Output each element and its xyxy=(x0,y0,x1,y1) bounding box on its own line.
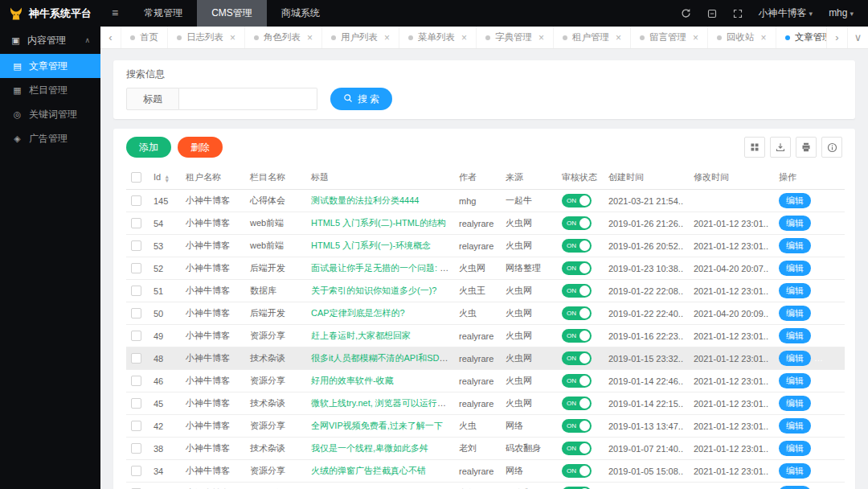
row-checkbox[interactable] xyxy=(131,218,141,228)
status-toggle[interactable]: ON xyxy=(562,239,592,253)
status-toggle[interactable]: ON xyxy=(562,306,592,320)
export-icon[interactable] xyxy=(770,137,791,158)
article-title-link[interactable]: 面试最让你手足无措的一个问题: 你的系统如何支撑... xyxy=(311,263,454,273)
row-checkbox[interactable] xyxy=(131,240,141,251)
tab-item[interactable]: 角色列表× xyxy=(245,27,322,48)
title-search-input[interactable] xyxy=(179,88,317,110)
tab-item[interactable]: 租户管理× xyxy=(554,27,631,48)
top-menu-item[interactable]: 常规管理 xyxy=(129,0,197,27)
status-toggle[interactable]: ON xyxy=(562,261,592,275)
row-checkbox[interactable] xyxy=(131,421,141,431)
sidebar-item-article[interactable]: ▤文章管理 xyxy=(0,54,100,78)
edit-button[interactable]: 编辑 xyxy=(779,238,811,253)
article-title-link[interactable]: CAP定律到底是怎样的? xyxy=(311,308,405,318)
row-checkbox[interactable] xyxy=(131,263,141,273)
tab-item[interactable]: 字典管理× xyxy=(477,27,554,48)
row-checkbox[interactable] xyxy=(131,286,141,296)
row-checkbox[interactable] xyxy=(131,353,141,364)
tab-close-icon[interactable]: × xyxy=(307,32,313,43)
row-checkbox[interactable] xyxy=(131,398,141,409)
edit-button[interactable]: 编辑 xyxy=(779,486,811,489)
tab-item[interactable]: 文章管理× xyxy=(776,27,826,48)
tab-close-icon[interactable]: × xyxy=(461,32,467,43)
tabs-scroll-right-icon[interactable]: › xyxy=(826,27,847,48)
tab-item[interactable]: 日志列表× xyxy=(168,27,245,48)
tab-close-icon[interactable]: × xyxy=(230,32,235,43)
edit-button[interactable]: 编辑 xyxy=(779,396,811,411)
edit-button[interactable]: 编辑 xyxy=(779,463,811,479)
status-toggle[interactable]: ON xyxy=(562,397,592,410)
article-title-link[interactable]: 微软上线try.net, 浏览器可以运行c#代码, 高不高兴? xyxy=(311,398,454,408)
edit-button[interactable]: 编辑 xyxy=(779,261,811,276)
row-checkbox[interactable] xyxy=(131,308,141,318)
sidebar-item-keywords[interactable]: ◎关键词管理 xyxy=(0,102,100,126)
sort-icon[interactable]: ▲▼ xyxy=(164,175,170,183)
tenant-dropdown[interactable]: 小神牛博客▾ xyxy=(751,0,821,27)
sidebar-group-content[interactable]: ▣ 内容管理 ∧ xyxy=(0,27,100,54)
tab-close-icon[interactable]: × xyxy=(616,32,621,43)
info-icon[interactable] xyxy=(821,137,842,158)
edit-button[interactable]: 编辑 xyxy=(779,441,811,456)
article-title-link[interactable]: 赶上春运时,大家都想回家 xyxy=(311,331,411,340)
edit-button[interactable]: 编辑 xyxy=(779,193,811,208)
status-toggle[interactable]: ON xyxy=(562,374,592,388)
tabs-menu-icon[interactable]: ∨ xyxy=(847,27,868,48)
edit-button[interactable]: 编辑 xyxy=(779,418,811,434)
delete-button[interactable]: 删除 xyxy=(178,137,223,158)
sidebar-item-columns[interactable]: ▦栏目管理 xyxy=(0,78,100,102)
row-checkbox[interactable] xyxy=(131,331,141,341)
edit-button[interactable]: 编辑 xyxy=(779,351,811,366)
row-checkbox[interactable] xyxy=(131,466,141,476)
status-toggle[interactable]: ON xyxy=(562,464,592,478)
article-title-link[interactable]: HTML5 入门系列(一)-环境概念 xyxy=(311,240,431,250)
tab-close-icon[interactable]: × xyxy=(538,32,544,43)
fullscreen-icon[interactable] xyxy=(725,0,751,27)
row-checkbox[interactable] xyxy=(131,443,141,454)
sidebar-item-ads[interactable]: ◈广告管理 xyxy=(0,126,100,150)
search-button[interactable]: 搜 索 xyxy=(330,88,392,110)
tab-item[interactable]: 回收站× xyxy=(708,27,776,48)
edit-button[interactable]: 编辑 xyxy=(779,373,811,388)
row-checkbox[interactable] xyxy=(131,376,141,386)
tab-item[interactable]: 留言管理× xyxy=(631,27,708,48)
article-title-link[interactable]: 全网VIP视频免费看,过来了解一下 xyxy=(311,421,443,430)
article-title-link[interactable]: 关于索引的知识你知道多少(一)? xyxy=(311,286,436,295)
status-toggle[interactable]: ON xyxy=(562,284,592,298)
top-menu-item[interactable]: CMS管理 xyxy=(197,0,267,27)
status-toggle[interactable]: ON xyxy=(562,216,592,230)
article-title-link[interactable]: 好用的效率软件-收藏 xyxy=(311,376,394,385)
tab-close-icon[interactable]: × xyxy=(761,32,767,43)
add-button[interactable]: 添加 xyxy=(126,137,171,158)
tab-close-icon[interactable]: × xyxy=(693,32,698,43)
article-title-link[interactable]: 我仅是一个线程,卑微如此多舛 xyxy=(311,443,428,453)
top-menu-item[interactable]: 商城系统 xyxy=(267,0,334,27)
status-toggle[interactable]: ON xyxy=(562,419,592,433)
status-toggle[interactable]: ON xyxy=(562,442,592,455)
ads-icon: ◈ xyxy=(12,134,23,144)
tab-item[interactable]: 用户列表× xyxy=(322,27,399,48)
edit-button[interactable]: 编辑 xyxy=(779,328,811,343)
status-toggle[interactable]: ON xyxy=(562,194,592,208)
filter-columns-icon[interactable] xyxy=(744,137,765,158)
status-toggle[interactable]: ON xyxy=(562,351,592,365)
menu-toggle-icon[interactable]: ≡ xyxy=(100,0,129,27)
tab-dot-icon xyxy=(785,35,790,40)
article-title-link[interactable]: HTML5 入门系列(二)-HTML的结构 xyxy=(311,218,446,228)
status-toggle[interactable]: ON xyxy=(562,329,592,343)
user-dropdown[interactable]: mhg▾ xyxy=(821,0,862,27)
tabs-scroll-left-icon[interactable]: ‹ xyxy=(100,27,121,48)
article-title-link[interactable]: 火绒的弹窗广告拦截真心不错 xyxy=(311,466,426,475)
select-all-checkbox[interactable] xyxy=(131,172,141,183)
tab-close-icon[interactable]: × xyxy=(384,32,390,43)
edit-button[interactable]: 编辑 xyxy=(779,306,811,321)
refresh-icon[interactable] xyxy=(673,0,699,27)
row-checkbox[interactable] xyxy=(131,195,141,206)
tab-item[interactable]: 首页 xyxy=(121,27,168,48)
article-title-link[interactable]: 测试数量的法拉利分类4444 xyxy=(311,195,419,205)
edit-button[interactable]: 编辑 xyxy=(779,283,811,298)
print-icon[interactable] xyxy=(796,137,817,158)
article-title-link[interactable]: 很多it人员都模糊不清的API和SDK,过来了解一般 xyxy=(311,353,454,363)
edit-button[interactable]: 编辑 xyxy=(779,216,811,231)
clear-cache-icon[interactable] xyxy=(699,0,725,27)
tab-item[interactable]: 菜单列表× xyxy=(399,27,477,48)
